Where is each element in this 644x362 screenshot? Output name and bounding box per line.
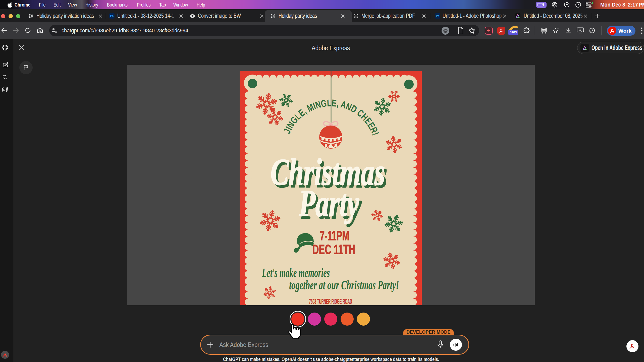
svg-text:7503 TURNER RIDGE ROAD: 7503 TURNER RIDGE ROAD [309, 297, 352, 305]
svg-text:7-11PM: 7-11PM [320, 228, 349, 243]
svg-text:DEC 11TH: DEC 11TH [312, 242, 355, 257]
svg-text:together at our Christmas Part: together at our Christmas Party! [289, 278, 399, 292]
svg-text:Party: Party [299, 183, 359, 224]
svg-text:Let's make memories: Let's make memories [262, 266, 330, 280]
